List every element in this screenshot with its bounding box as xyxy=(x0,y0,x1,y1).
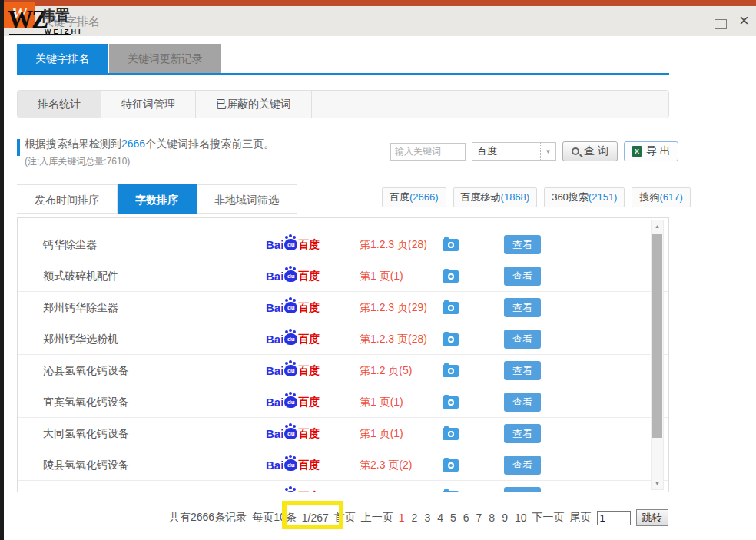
sub-tab[interactable]: 排名统计 xyxy=(18,91,101,118)
window-top-accent-bar xyxy=(0,0,756,6)
baidu-paw-icon: du xyxy=(284,491,297,492)
view-button[interactable]: 查看 xyxy=(504,267,541,286)
engine-name: 百度 xyxy=(390,191,410,203)
scroll-up-icon[interactable]: ▲ xyxy=(652,224,663,229)
camera-icon[interactable] xyxy=(443,428,459,440)
summary-block: 根据搜索结果检测到2666个关键词排名搜索前三页。 (注:入库关键词总量:761… xyxy=(17,137,274,168)
page-number[interactable]: 6 xyxy=(463,512,469,524)
pagination-next[interactable]: 下一页 xyxy=(532,511,565,525)
results-table: 钙华除尘器 Baidu百度 第1.2.3 页(28) 查看 额式破碎机配件 Ba… xyxy=(17,217,669,492)
engine-counter-button[interactable]: 百度(2666) xyxy=(382,187,446,207)
page-number[interactable]: 5 xyxy=(450,512,456,524)
search-controls: 百度 ▼ 查 询 X 导 出 xyxy=(390,141,678,161)
camera-icon[interactable] xyxy=(443,302,459,314)
sub-tabs: 排名统计 特征词管理 已屏蔽的关键词 xyxy=(17,90,669,118)
chevron-down-icon[interactable]: ▼ xyxy=(540,143,555,160)
rank-cell: 第1 页(1) xyxy=(360,386,459,418)
baidu-logo-du: du xyxy=(287,462,295,469)
baidu-paw-icon: du xyxy=(284,239,297,250)
sub-tab[interactable]: 已屏蔽的关键词 xyxy=(196,91,312,118)
baidu-logo-cn: 百度 xyxy=(298,333,320,346)
pagination-last[interactable]: 尾页 xyxy=(570,511,592,525)
table-row: 郑州钙华选粉机 Baidu百度 第1.2.3 页(28) 查看 xyxy=(18,323,668,355)
rank-cell: 第1.2.3 页(28) xyxy=(360,229,459,260)
camera-icon[interactable] xyxy=(443,365,459,377)
engine-counter-button[interactable]: 360搜索(2151) xyxy=(544,187,625,207)
scrollbar-thumb[interactable] xyxy=(652,234,662,438)
engine-count: (2666) xyxy=(410,191,439,203)
main-tab[interactable]: 关键字排名 xyxy=(17,44,108,73)
filter-tab[interactable]: 字数排序 xyxy=(118,184,197,214)
baidu-logo-bai: Bai xyxy=(266,333,284,346)
baidu-paw-icon: du xyxy=(284,459,297,471)
view-button[interactable]: 查看 xyxy=(504,298,541,317)
view-button[interactable]: 查看 xyxy=(504,487,541,492)
engine-count: (2151) xyxy=(589,191,618,203)
baidu-logo-du: du xyxy=(287,430,295,437)
baidu-logo-cn: 百度 xyxy=(298,459,320,472)
page-numbers: 1 2 3 4 5 6 7 8 9 10 xyxy=(399,512,527,524)
main-tab[interactable]: 关键词更新记录 xyxy=(109,44,221,73)
keyword-cell: 郑州钙华选粉机 xyxy=(43,323,118,354)
keyword-cell: 宜宾氢氧化钙设备 xyxy=(43,386,129,417)
query-button[interactable]: 查 询 xyxy=(562,141,618,161)
baidu-logo-du: du xyxy=(287,399,295,406)
jump-button[interactable]: 跳转 xyxy=(636,509,668,526)
engine-name: 360搜索 xyxy=(552,191,589,203)
export-button[interactable]: X 导 出 xyxy=(624,141,678,161)
vertical-scrollbar[interactable]: ▲ ▼ xyxy=(651,220,664,490)
engine-count: (617) xyxy=(659,191,682,203)
baidu-logo-bai: Bai xyxy=(266,270,284,283)
page-jump-input[interactable] xyxy=(597,511,631,525)
baidu-logo: Baidu百度 xyxy=(266,355,320,386)
table-row: 宜宾氢氧化钙设备 Baidu百度 第1 页(1) 查看 xyxy=(18,386,668,418)
engine-counter-button[interactable]: 百度移动(1868) xyxy=(453,187,538,207)
camera-icon[interactable] xyxy=(443,396,459,409)
baidu-logo-cn: 百度 xyxy=(298,270,320,283)
sub-tab[interactable]: 特征词管理 xyxy=(101,91,196,118)
rank-cell xyxy=(360,481,459,492)
page-number[interactable]: 7 xyxy=(476,512,482,524)
baidu-logo-bai: Bai xyxy=(266,238,284,251)
weizhi-logo: W WZ 伟置 WEIZHI xyxy=(2,1,102,39)
scroll-down-icon[interactable]: ▼ xyxy=(652,481,663,486)
filter-tab[interactable]: 非地域词筛选 xyxy=(197,184,297,214)
keyword-cell: 沁县氢氧化钙设备 xyxy=(43,355,129,386)
tab-underline xyxy=(17,73,669,75)
pagination-page-indicator: 1/267 xyxy=(302,512,329,524)
filter-tab[interactable]: 发布时间排序 xyxy=(17,184,118,214)
view-button[interactable]: 查看 xyxy=(504,424,541,443)
camera-icon[interactable] xyxy=(443,491,459,493)
camera-icon[interactable] xyxy=(443,333,459,346)
maximize-icon[interactable] xyxy=(715,19,727,29)
baidu-logo: Baidu百度 xyxy=(266,449,320,481)
baidu-logo-bai: Bai xyxy=(266,396,284,409)
view-button[interactable]: 查看 xyxy=(504,235,541,254)
page-number[interactable]: 2 xyxy=(412,512,418,524)
baidu-logo: Baidu百度 xyxy=(266,229,320,260)
page-number[interactable]: 3 xyxy=(424,512,430,524)
camera-icon[interactable] xyxy=(443,459,459,472)
baidu-logo-du: du xyxy=(287,304,295,311)
camera-icon[interactable] xyxy=(443,239,459,251)
page-number[interactable]: 4 xyxy=(437,512,443,524)
search-input[interactable] xyxy=(390,143,466,161)
pagination-prev[interactable]: 上一页 xyxy=(361,511,393,525)
close-icon[interactable]: × xyxy=(739,12,749,29)
excel-icon: X xyxy=(632,146,642,157)
engine-counter-button[interactable]: 搜狗(617) xyxy=(632,187,690,207)
page-number[interactable]: 10 xyxy=(515,512,527,524)
page-number[interactable]: 1 xyxy=(399,512,405,524)
camera-icon[interactable] xyxy=(443,270,459,283)
view-button[interactable]: 查看 xyxy=(504,393,541,412)
table-row: 大同氢氧化钙设备 Baidu百度 第1 页(1) 查看 xyxy=(18,418,668,449)
engine-select[interactable]: 百度 ▼ xyxy=(472,142,556,161)
table-row: 额式破碎机配件 Baidu百度 第1 页(1) 查看 xyxy=(18,260,668,292)
pagination-first[interactable]: 首页 xyxy=(334,511,356,525)
view-button[interactable]: 查看 xyxy=(504,361,541,380)
page-number[interactable]: 9 xyxy=(502,512,508,524)
page-number[interactable]: 8 xyxy=(489,512,495,524)
rank-text: 第1.2 页(5) xyxy=(360,364,433,378)
view-button[interactable]: 查看 xyxy=(504,456,541,475)
view-button[interactable]: 查看 xyxy=(504,330,541,349)
